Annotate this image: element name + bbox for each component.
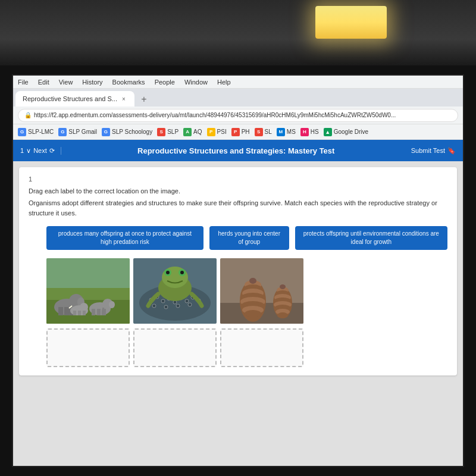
tab-close-button[interactable]: × — [122, 96, 126, 102]
question-number: 1 — [29, 176, 447, 183]
bookmark-label-google-drive: Google Drive — [334, 129, 368, 135]
bookmark-slp[interactable]: S SLP — [157, 128, 178, 136]
tab-bar: Reproductive Structures and S... × + — [13, 89, 463, 107]
bookmark-psi[interactable]: P PSI — [207, 128, 227, 136]
svg-point-32 — [152, 304, 156, 308]
menu-file[interactable]: File — [18, 79, 29, 86]
nav-arrow: ∨ — [26, 147, 31, 155]
bookmark-icon-ph: P — [231, 128, 240, 136]
bookmark-label-ms: MS — [287, 129, 296, 135]
pinecone-image — [220, 258, 303, 324]
bookmarks-bar: G SLP-LMC G SLP Gmail G SLP Schoology S … — [13, 124, 463, 140]
menu-history[interactable]: History — [82, 79, 102, 86]
images-row — [29, 258, 447, 324]
new-tab-button[interactable]: + — [137, 92, 151, 107]
bookmark-icon-sl: S — [255, 128, 263, 136]
drop-zones-row — [29, 328, 447, 367]
bookmark-label-slp-lmc: SLP-LMC — [28, 129, 54, 135]
svg-point-25 — [161, 299, 165, 303]
ceiling-light — [315, 6, 387, 39]
tab-active[interactable]: Reproductive Structures and S... × — [15, 91, 134, 107]
main-content: 1 Drag each label to the correct locatio… — [13, 161, 463, 466]
bookmark-icon-slp-gmail: G — [58, 128, 67, 136]
bookmark-ph[interactable]: P PH — [231, 128, 250, 136]
bookmark-ms[interactable]: M MS — [277, 128, 296, 136]
bookmark-label-aq: AQ — [193, 129, 202, 135]
bookmark-icon-google-drive: ▲ — [324, 128, 332, 136]
question-card: 1 Drag each label to the correct locatio… — [19, 167, 457, 375]
bookmark-icon-slp: S — [157, 128, 165, 136]
svg-point-62 — [277, 312, 288, 318]
menu-view[interactable]: View — [59, 79, 73, 86]
elephant-image — [46, 258, 130, 324]
url-text: https://f2.app.edmentum.com/assessments-… — [34, 112, 396, 118]
bookmark-label-psi: PSI — [217, 129, 227, 135]
bookmark-icon: 🔖 — [447, 147, 456, 155]
bookmark-icon-ms: M — [277, 128, 285, 136]
bookmark-hs[interactable]: H HS — [300, 128, 319, 136]
svg-point-33 — [164, 305, 168, 309]
svg-point-34 — [176, 304, 180, 308]
svg-point-41 — [180, 271, 184, 274]
question-number-display: 1 — [20, 147, 24, 154]
svg-point-14 — [109, 301, 115, 308]
bookmark-icon-aq: A — [183, 128, 192, 136]
tab-title: Reproductive Structures and S... — [23, 95, 117, 102]
label-tag-2[interactable]: herds young into center of group — [209, 226, 289, 250]
bookmark-icon-psi: P — [207, 128, 215, 136]
svg-point-40 — [166, 271, 170, 274]
svg-point-16 — [80, 303, 88, 311]
svg-point-29 — [185, 299, 189, 303]
drag-instruction: Drag each label to the correct location … — [29, 187, 447, 195]
bookmark-slp-lmc[interactable]: G SLP-LMC — [18, 128, 54, 136]
drop-zone-2[interactable] — [133, 328, 217, 367]
svg-point-63 — [280, 284, 286, 289]
svg-point-35 — [188, 303, 192, 306]
svg-rect-5 — [64, 307, 69, 317]
refresh-icon[interactable]: ⟳ — [49, 147, 55, 155]
bookmark-label-sl: SL — [265, 129, 272, 135]
test-title: Reproductive Structures and Strategies: … — [66, 146, 406, 155]
bookmark-slp-schoology[interactable]: G SLP Schoology — [102, 128, 152, 136]
menu-help[interactable]: Help — [217, 79, 231, 86]
bookmark-icon-hs: H — [300, 128, 309, 136]
monitor-bezel: File Edit View History Bookmarks People … — [0, 65, 476, 476]
menu-bookmarks[interactable]: Bookmarks — [112, 79, 145, 86]
address-bar: 🔒 https://f2.app.edmentum.com/assessment… — [13, 107, 463, 124]
drop-zone-3[interactable] — [220, 328, 303, 367]
labels-row: produces many offspring at once to prote… — [29, 226, 447, 250]
next-button[interactable]: Next — [33, 147, 47, 154]
svg-rect-20 — [46, 315, 130, 324]
svg-point-52 — [245, 310, 261, 317]
bookmark-icon-slp-schoology: G — [102, 128, 110, 136]
chrome-menu-bar: File Edit View History Bookmarks People … — [13, 76, 463, 89]
submit-test-button[interactable]: Submit Test 🔖 — [411, 147, 456, 155]
menu-people[interactable]: People — [155, 79, 175, 86]
bookmark-slp-gmail[interactable]: G SLP Gmail — [58, 128, 97, 136]
bookmark-sl[interactable]: S SL — [255, 128, 272, 136]
svg-rect-4 — [58, 307, 63, 317]
test-nav: 1 ∨ Next ⟳ — [20, 147, 61, 155]
frog-image — [133, 258, 217, 324]
room-background — [0, 0, 476, 65]
bookmark-label-slp-gmail: SLP Gmail — [68, 129, 97, 135]
bookmark-label-slp: SLP — [167, 129, 178, 135]
label-tag-1[interactable]: produces many offspring at once to prote… — [46, 226, 203, 250]
drop-zone-1[interactable] — [46, 328, 130, 367]
menu-edit[interactable]: Edit — [38, 79, 49, 86]
menu-window[interactable]: Window — [184, 79, 208, 86]
bookmark-icon-slp-lmc: G — [18, 128, 26, 136]
bookmark-google-drive[interactable]: ▲ Google Drive — [324, 128, 368, 136]
screen: File Edit View History Bookmarks People … — [12, 74, 464, 467]
bookmark-label-slp-schoology: SLP Schoology — [112, 129, 152, 135]
label-tag-3[interactable]: protects offspring until environmental c… — [295, 226, 447, 250]
question-body: Organisms adopt different strategies and… — [29, 198, 447, 218]
address-input[interactable]: 🔒 https://f2.app.edmentum.com/assessment… — [18, 109, 458, 122]
test-header: 1 ∨ Next ⟳ Reproductive Structures and S… — [13, 140, 463, 161]
bookmark-aq[interactable]: A AQ — [183, 128, 202, 136]
svg-rect-2 — [46, 258, 130, 288]
svg-point-53 — [249, 278, 256, 284]
bookmark-label-hs: HS — [311, 129, 319, 135]
lock-icon: 🔒 — [24, 112, 32, 118]
bookmark-label-ph: PH — [242, 129, 250, 135]
